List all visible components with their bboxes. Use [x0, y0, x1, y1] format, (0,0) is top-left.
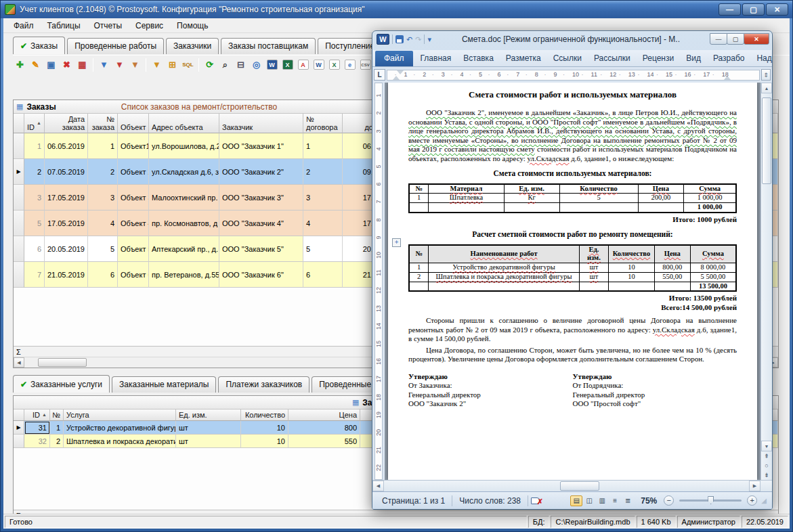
menu-item-Сервис[interactable]: Сервис [129, 20, 169, 32]
tab-Заказы[interactable]: ✔Заказы [13, 37, 65, 54]
services-column-header-Количество[interactable]: Количество [241, 409, 288, 421]
cell[interactable]: 4 [88, 210, 118, 236]
cell[interactable]: Аптекарский пр., д. [149, 236, 219, 262]
cell[interactable]: 2 [303, 159, 343, 185]
cell[interactable]: ООО "Заказчик 1" [219, 133, 303, 159]
word-vscroll-track[interactable] [761, 93, 772, 441]
tab-Заказчики[interactable]: Заказчики [166, 38, 219, 54]
tab-Заказы поставщикам[interactable]: Заказы поставщикам [221, 38, 316, 54]
cell[interactable]: 7 [24, 262, 45, 288]
cell[interactable]: 21.05.2019 [45, 262, 88, 288]
word-close-button[interactable]: ✕ [744, 33, 769, 45]
cell[interactable]: 1 [50, 421, 64, 435]
cell[interactable]: Шпатлевка и покраска декоративн [64, 435, 176, 448]
scroll-left-icon[interactable]: ◀ [14, 357, 24, 368]
tree-view-icon[interactable]: ⊞ [165, 58, 179, 72]
cell[interactable]: шт [176, 435, 241, 448]
save-icon[interactable] [395, 35, 404, 43]
filter-view-icon[interactable]: ▼ [150, 58, 164, 72]
menu-item-Отчеты[interactable]: Отчеты [88, 20, 128, 32]
menu-item-Таблицы[interactable]: Таблицы [41, 20, 87, 32]
zoom-level[interactable]: 75% [637, 496, 661, 506]
scroll-down-icon[interactable]: ▼ [761, 441, 772, 451]
word-app-icon[interactable]: W [377, 34, 389, 45]
copy-record-icon[interactable]: ▣ [44, 58, 58, 72]
cell[interactable]: Устройство декоративной фигуры [64, 421, 176, 435]
find-icon[interactable]: ⌕ [218, 58, 232, 72]
ribbon-tab-Рецензи[interactable]: Рецензи [637, 51, 680, 66]
refresh-icon[interactable]: ⟳ [202, 58, 217, 72]
document-page[interactable]: Смета стоимости работ и используемых мат… [388, 83, 757, 480]
cell[interactable]: 2 [50, 435, 64, 448]
cell[interactable]: 3 [303, 185, 343, 210]
view-draft-icon[interactable]: ≣ [622, 495, 634, 506]
zoom-in-icon[interactable]: + [747, 495, 757, 506]
sql-view-icon[interactable]: SQL [181, 58, 195, 72]
cell[interactable]: Объект 3 [118, 185, 149, 210]
orders-column-header-№ заказа[interactable]: № заказа [88, 114, 118, 133]
services-column-header-№[interactable]: № [50, 409, 64, 421]
cell[interactable]: ООО "Заказчик 3" [219, 185, 303, 210]
cell[interactable]: 1 [303, 133, 343, 159]
export-html-icon[interactable]: e [343, 58, 357, 72]
main-titlebar[interactable]: Учет клиентов (2.1048) © Prostoysoft. Ко… [1, 1, 792, 18]
edit-record-icon[interactable]: ✎ [28, 58, 43, 72]
filter-add-icon[interactable]: ▼ [97, 58, 111, 72]
ribbon-tab-Главная[interactable]: Главная [414, 51, 458, 66]
tab-selector-icon[interactable]: L [374, 69, 385, 81]
orders-column-header-Заказчик[interactable]: Заказчик [219, 114, 303, 133]
cell[interactable]: 2 [88, 159, 118, 185]
ribbon-tab-Файл[interactable]: Файл [375, 51, 413, 66]
orders-column-header-Адрес объекта[interactable]: Адрес объекта [149, 114, 219, 133]
cell[interactable]: ООО "Заказчик 5" [219, 236, 303, 262]
export-word-icon[interactable]: W [265, 58, 279, 72]
export-doc-w-icon[interactable]: W [312, 58, 326, 72]
cell[interactable]: ул.Ворошилова, д.2 [149, 133, 219, 159]
cell[interactable]: 5 [303, 236, 343, 262]
add-record-icon[interactable]: ✚ [13, 58, 27, 72]
view-fullscreen-icon[interactable]: ◫ [583, 495, 595, 506]
undo-icon[interactable]: ↶ [406, 36, 412, 43]
view-web-layout-icon[interactable]: ▥ [596, 495, 608, 506]
cell[interactable]: 06.05.2019 [45, 133, 88, 159]
subtab-Заказанные услуги[interactable]: ✔Заказанные услуги [13, 375, 110, 393]
word-page-indicator[interactable]: Страница: 1 из 1 [378, 496, 449, 506]
services-column-header-Услуга[interactable]: Услуга [64, 409, 176, 421]
cell[interactable]: 10 [241, 435, 288, 448]
subtab-Платежи заказчиков[interactable]: Платежи заказчиков [218, 376, 309, 393]
subtab-Заказанные материалы[interactable]: Заказанные материалы [112, 376, 216, 393]
view-print-layout-icon[interactable]: ▤ [570, 495, 582, 506]
delete-table-icon[interactable]: ▦ [75, 58, 89, 72]
word-minimize-button[interactable]: — [710, 33, 727, 45]
services-column-header-Цена[interactable]: Цена [288, 409, 360, 421]
maximize-button[interactable]: ▢ [742, 3, 765, 16]
cell[interactable]: ООО "Заказчик 4" [219, 210, 303, 236]
orders-column-header-Дата заказа[interactable]: Дата заказа [45, 114, 88, 133]
cell[interactable]: пр. Ветеранов, д.55 [149, 262, 219, 288]
orders-hscroll-thumb[interactable] [38, 358, 87, 367]
cell[interactable]: 550 [288, 435, 360, 448]
cell[interactable]: 17.05.2019 [45, 185, 88, 210]
cell[interactable]: пр. Космонавтов, д [149, 210, 219, 236]
cell[interactable]: ул.Складская д.6, з [149, 159, 219, 185]
view-outline-icon[interactable]: ≡ [609, 495, 621, 506]
ribbon-tab-Надстро[interactable]: Надстро [750, 51, 773, 66]
ribbon-tab-Рассылки[interactable]: Рассылки [588, 51, 637, 66]
export-excel-icon[interactable]: X [280, 58, 295, 72]
cell[interactable]: 6 [88, 262, 118, 288]
cell[interactable]: 6 [303, 262, 343, 288]
word-restore-button[interactable]: ▢ [727, 33, 744, 45]
delete-record-icon[interactable]: ✖ [60, 58, 74, 72]
export-doc-a-icon[interactable]: A [296, 58, 310, 72]
tab-Проведенные работы[interactable]: Проведенные работы [67, 38, 164, 54]
first-line-indent-marker[interactable] [397, 70, 404, 74]
cell[interactable]: 17.05.2019 [45, 210, 88, 236]
ribbon-tab-Вставка[interactable]: Вставка [457, 51, 500, 66]
cell[interactable]: Объект 5 [118, 236, 149, 262]
cell[interactable]: 5 [24, 210, 45, 236]
browse-select-icon[interactable]: ○ [761, 461, 772, 470]
zoom-out-icon[interactable]: − [664, 495, 674, 506]
browse-previous-icon[interactable]: ⇞ [761, 451, 772, 461]
zoom-slider[interactable] [679, 500, 742, 502]
zoom-slider-thumb[interactable] [708, 496, 714, 504]
